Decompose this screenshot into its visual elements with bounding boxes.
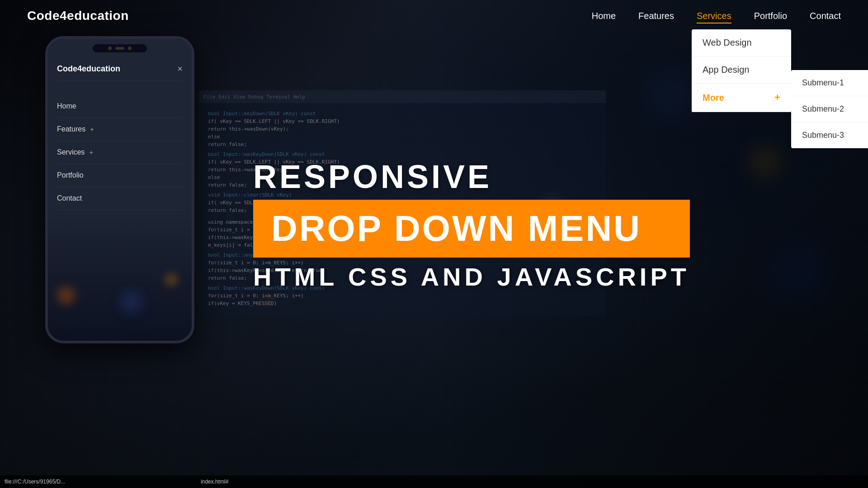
svg-text:else: else: [208, 174, 220, 180]
submenu-1-label: Submenu-1: [802, 78, 844, 87]
dropdown-item-web-design[interactable]: Web Design: [692, 29, 791, 56]
submenu-item-1[interactable]: Submenu-1: [791, 70, 868, 96]
nav-link-contact[interactable]: Contact: [810, 11, 841, 21]
submenu-item-3[interactable]: Submenu-3: [791, 122, 868, 148]
notch-dot-1: [108, 47, 112, 50]
app-design-label: App Design: [703, 65, 749, 75]
svg-text:return false;: return false;: [208, 141, 247, 147]
hero-line2: DROP DOWN MENU: [271, 208, 672, 249]
phone-bokeh-2: [165, 273, 178, 286]
submenu-2-label: Submenu-2: [802, 104, 844, 113]
nav-link-home[interactable]: Home: [592, 11, 616, 21]
svg-text:return false;: return false;: [208, 275, 247, 281]
svg-text:return false;: return false;: [208, 207, 247, 213]
more-label: More: [703, 93, 724, 103]
hero-banner: DROP DOWN MENU: [253, 200, 690, 258]
phone-nav-home[interactable]: Home: [57, 95, 183, 118]
svg-text:else: else: [208, 134, 220, 140]
navbar: Code4education Home Features Services Po…: [0, 0, 868, 32]
web-design-label: Web Design: [703, 38, 752, 48]
svg-text:if(vKey = KEYS_PRESSED): if(vKey = KEYS_PRESSED): [208, 300, 277, 306]
nav-item-features[interactable]: Features: [638, 11, 674, 21]
status-path: file:///C:/Users/91965/D...: [5, 479, 65, 485]
svg-text:bool Input::keyDown(SDLK vKey): bool Input::keyDown(SDLK vKey) const: [208, 111, 316, 117]
svg-text:if( vKey == SDLK.LEFT || vKey : if( vKey == SDLK.LEFT || vKey == SDLK.RI…: [208, 118, 340, 124]
plus-icon: +: [774, 92, 780, 103]
services-dropdown: Web Design App Design More + Submenu-1 S…: [692, 29, 791, 112]
phone-close-button[interactable]: ×: [177, 64, 183, 74]
phone-bokeh-3: [120, 291, 142, 314]
phone-mockup: Code4education × Home Features + Service…: [45, 36, 194, 343]
nav-item-contact[interactable]: Contact: [810, 11, 841, 21]
hero-content: RESPONSIVE DROP DOWN MENU HTML CSS AND J…: [253, 158, 690, 291]
svg-text:return this->wasDown(vKey);: return this->wasDown(vKey);: [208, 126, 289, 132]
phone-nav-portfolio-label: Portfolio: [57, 171, 84, 179]
hero-line3: HTML CSS AND JAVASCRIPT: [253, 262, 690, 291]
phone-menu: Code4education × Home Features + Service…: [48, 39, 192, 219]
phone-bokeh-1: [57, 286, 75, 305]
nav-link-features[interactable]: Features: [638, 11, 674, 21]
nav-link-services[interactable]: Services: [697, 11, 731, 23]
phone-brand-label: Code4education: [57, 64, 120, 74]
phone-nav-features[interactable]: Features +: [57, 118, 183, 141]
phone-nav-portfolio[interactable]: Portfolio: [57, 164, 183, 187]
svg-text:for(size_t i = 0; i<m_KEYS; i+: for(size_t i = 0; i<m_KEYS; i++): [208, 293, 304, 299]
phone-notch: [93, 44, 147, 52]
phone-nav-features-label: Features +: [57, 125, 94, 133]
phone-nav-contact-label: Contact: [57, 194, 82, 202]
submenu-item-2[interactable]: Submenu-2: [791, 96, 868, 122]
services-plus: +: [90, 149, 93, 156]
phone-nav-services-label: Services +: [57, 148, 93, 156]
status-right: index.html#: [201, 479, 228, 485]
phone-nav-home-label: Home: [57, 102, 76, 110]
svg-text:bool Input::wasKeyDown(SDLK vK: bool Input::wasKeyDown(SDLK vKey) const: [208, 151, 325, 157]
phone-header: Code4education ×: [57, 64, 183, 81]
phone-frame: Code4education × Home Features + Service…: [45, 36, 194, 343]
dropdown-item-app-design[interactable]: App Design: [692, 56, 791, 84]
features-plus: +: [90, 126, 94, 133]
nav-item-portfolio[interactable]: Portfolio: [754, 11, 787, 21]
nav-item-services[interactable]: Services: [697, 11, 731, 21]
notch-dot-3: [128, 47, 132, 50]
nav-link-portfolio[interactable]: Portfolio: [754, 11, 787, 21]
notch-dot-2: [115, 47, 124, 50]
hero-line1: RESPONSIVE: [253, 158, 690, 195]
submenu: Submenu-1 Submenu-2 Submenu-3: [791, 70, 868, 148]
svg-text:using namespace;: using namespace;: [208, 219, 256, 225]
submenu-3-label: Submenu-3: [802, 131, 844, 140]
brand-logo: Code4education: [27, 9, 129, 23]
svg-text:File  Edit  View  Debug  Termi: File Edit View Debug Terminal Help: [203, 94, 305, 100]
phone-screen: Code4education × Home Features + Service…: [48, 39, 192, 341]
svg-text:return false;: return false;: [208, 182, 247, 188]
nav-links: Home Features Services Portfolio Contact: [592, 11, 841, 21]
nav-item-home[interactable]: Home: [592, 11, 616, 21]
status-bar: file:///C:/Users/91965/D... index.html#: [0, 475, 868, 488]
dropdown-item-more[interactable]: More +: [692, 84, 791, 112]
phone-nav-services[interactable]: Services +: [57, 141, 183, 164]
